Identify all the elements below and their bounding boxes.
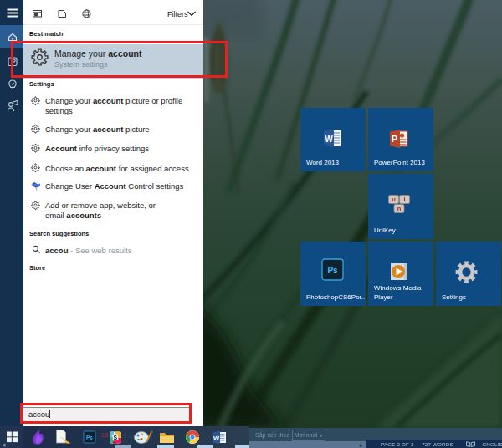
svg-text:S: S: [113, 435, 117, 440]
svg-text:W: W: [213, 435, 220, 442]
svg-text:Ps: Ps: [86, 435, 93, 440]
svg-text:u: u: [392, 196, 396, 203]
svg-text:i: i: [403, 196, 405, 203]
svg-text:n: n: [397, 205, 402, 212]
svg-text:W: W: [325, 135, 333, 144]
svg-text:Ps: Ps: [327, 266, 338, 275]
svg-text:28: 28: [101, 431, 108, 439]
svg-text:Filters: Filters: [167, 10, 188, 18]
svg-text:P: P: [392, 134, 397, 144]
